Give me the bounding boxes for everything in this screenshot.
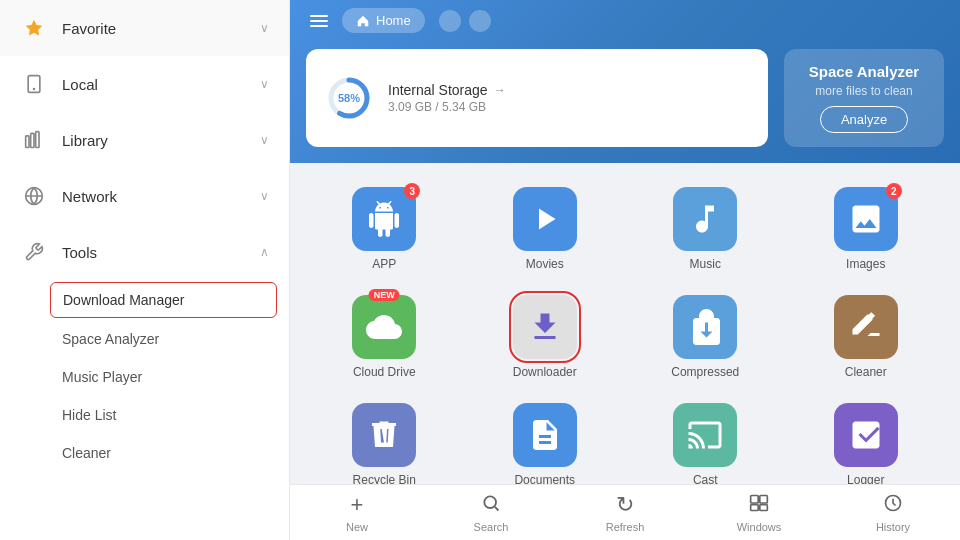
svg-rect-3 (31, 133, 34, 147)
app-label-recycle-bin: Recycle Bin (353, 473, 416, 484)
breadcrumb-dot-2[interactable] (469, 10, 491, 32)
header-top: Home (290, 0, 960, 41)
app-icon-downloader (513, 295, 577, 359)
app-item-cloud-drive[interactable]: NEW Cloud Drive (306, 287, 463, 387)
main-content: Home 58% Internal Storage 3.09 GB / 5.3 (290, 0, 960, 540)
sidebar-sub-music-player[interactable]: Music Player (0, 358, 289, 396)
analyze-button[interactable]: Analyze (820, 106, 908, 133)
network-icon (20, 182, 48, 210)
sidebar: Favorite ∨ Local ∨ Library ∨ Network ∨ T… (0, 0, 290, 540)
app-label-cleaner: Cleaner (845, 365, 887, 379)
sidebar-item-tools-label: Tools (62, 244, 260, 261)
library-icon (20, 126, 48, 154)
app-label-music: Music (690, 257, 721, 271)
app-item-logger[interactable]: Logger (788, 395, 945, 484)
bottom-bar: + New Search ↻ Refresh Windows History (290, 484, 960, 540)
chevron-down-icon: ∨ (260, 189, 269, 203)
app-item-cast[interactable]: Cast (627, 395, 784, 484)
app-icon-logger (834, 403, 898, 467)
header: Home 58% Internal Storage 3.09 GB / 5.3 (290, 0, 960, 163)
app-item-compressed[interactable]: Compressed (627, 287, 784, 387)
refresh-icon: ↻ (616, 492, 634, 518)
svg-rect-12 (760, 504, 768, 510)
sidebar-item-tools[interactable]: Tools ∧ (0, 224, 289, 280)
breadcrumb (439, 10, 491, 32)
app-label-cast: Cast (693, 473, 718, 484)
chevron-down-icon: ∨ (260, 77, 269, 91)
storage-card[interactable]: 58% Internal Storage 3.09 GB / 5.34 GB (306, 49, 768, 147)
bottom-label-history: History (876, 521, 910, 533)
chevron-down-icon: ∨ (260, 133, 269, 147)
sidebar-item-network[interactable]: Network ∨ (0, 168, 289, 224)
header-content: 58% Internal Storage 3.09 GB / 5.34 GB S… (290, 41, 960, 163)
search-icon (481, 493, 501, 518)
app-icon-compressed (673, 295, 737, 359)
app-item-movies[interactable]: Movies (467, 179, 624, 279)
svg-rect-10 (760, 495, 768, 503)
badge-app: 3 (404, 183, 420, 199)
svg-rect-2 (26, 136, 29, 148)
app-icon-cast (673, 403, 737, 467)
app-icon-images: 2 (834, 187, 898, 251)
svg-rect-9 (751, 495, 759, 503)
app-icon-app: 3 (352, 187, 416, 251)
sidebar-sub-cleaner[interactable]: Cleaner (0, 434, 289, 472)
app-label-logger: Logger (847, 473, 884, 484)
app-icon-recycle-bin (352, 403, 416, 467)
app-label-app: APP (372, 257, 396, 271)
app-item-music[interactable]: Music (627, 179, 784, 279)
bottom-item-refresh[interactable]: ↻ Refresh (558, 485, 692, 540)
sidebar-item-favorite[interactable]: Favorite ∨ (0, 0, 289, 56)
breadcrumb-dot-1[interactable] (439, 10, 461, 32)
windows-icon (749, 493, 769, 518)
app-item-recycle-bin[interactable]: Recycle Bin (306, 395, 463, 484)
app-icon-cloud-drive: NEW (352, 295, 416, 359)
app-item-cleaner[interactable]: Cleaner (788, 287, 945, 387)
sidebar-item-library-label: Library (62, 132, 260, 149)
favorite-icon (20, 14, 48, 42)
app-item-documents[interactable]: Documents (467, 395, 624, 484)
menu-button[interactable] (306, 11, 332, 31)
bottom-item-search[interactable]: Search (424, 485, 558, 540)
app-item-downloader[interactable]: Downloader (467, 287, 624, 387)
storage-ring: 58% (326, 75, 372, 121)
sidebar-sub-download-manager[interactable]: Download Manager (50, 282, 277, 318)
storage-percent: 58% (338, 92, 360, 104)
app-icon-music (673, 187, 737, 251)
local-icon (20, 70, 48, 98)
app-label-cloud-drive: Cloud Drive (353, 365, 416, 379)
sidebar-item-local[interactable]: Local ∨ (0, 56, 289, 112)
sidebar-sub-space-analyzer[interactable]: Space Analyzer (0, 320, 289, 358)
badge-images: 2 (886, 183, 902, 199)
bottom-item-new[interactable]: + New (290, 485, 424, 540)
svg-rect-11 (751, 504, 759, 510)
storage-title: Internal Storage (388, 82, 506, 98)
app-icon-cleaner (834, 295, 898, 359)
home-pill[interactable]: Home (342, 8, 425, 33)
app-label-movies: Movies (526, 257, 564, 271)
storage-info: Internal Storage 3.09 GB / 5.34 GB (388, 82, 506, 114)
chevron-down-icon: ∨ (260, 21, 269, 35)
bottom-item-history[interactable]: History (826, 485, 960, 540)
sidebar-item-local-label: Local (62, 76, 260, 93)
app-label-images: Images (846, 257, 885, 271)
bottom-label-windows: Windows (737, 521, 782, 533)
tools-icon (20, 238, 48, 266)
app-label-documents: Documents (514, 473, 575, 484)
bottom-label-refresh: Refresh (606, 521, 645, 533)
bottom-item-windows[interactable]: Windows (692, 485, 826, 540)
app-item-images[interactable]: 2 Images (788, 179, 945, 279)
app-item-app[interactable]: 3 APP (306, 179, 463, 279)
app-grid: 3 APP Movies Music (306, 179, 944, 484)
new-icon: + (351, 492, 364, 518)
tools-submenu: Download Manager Space Analyzer Music Pl… (0, 280, 289, 472)
badge-new-cloud: NEW (369, 289, 400, 301)
history-icon (883, 493, 903, 518)
storage-size: 3.09 GB / 5.34 GB (388, 100, 506, 114)
svg-rect-4 (36, 132, 39, 148)
sidebar-sub-hide-list[interactable]: Hide List (0, 396, 289, 434)
space-analyzer-title: Space Analyzer (809, 63, 919, 80)
sidebar-item-library[interactable]: Library ∨ (0, 112, 289, 168)
bottom-label-search: Search (474, 521, 509, 533)
app-grid-area: 3 APP Movies Music (290, 163, 960, 484)
